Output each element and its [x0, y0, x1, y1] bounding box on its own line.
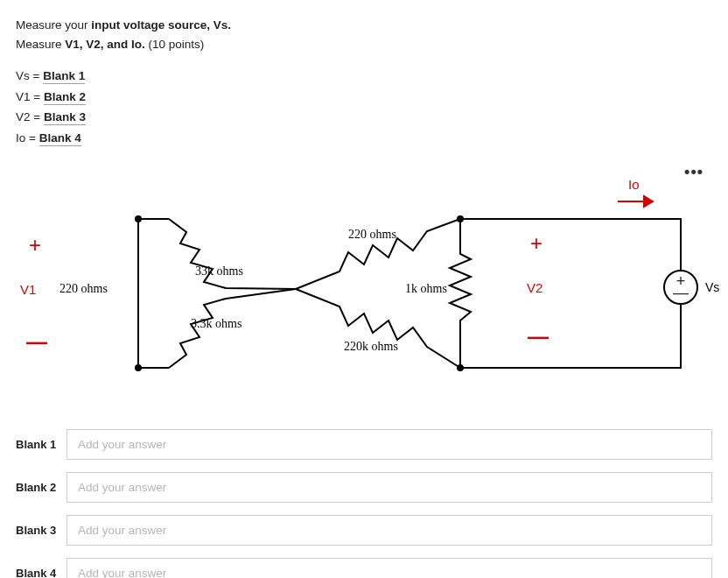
r-top-right-label: 220 ohms: [348, 228, 396, 242]
answer-blanks: Blank 1 Blank 2 Blank 3 Blank 4: [16, 429, 712, 578]
instr-line2-pre: Measure: [16, 38, 65, 51]
instructions: Measure your input voltage source, Vs. M…: [16, 16, 712, 53]
vs-label: Vs: [705, 280, 719, 294]
v2-minus: —: [528, 324, 549, 349]
r-left-label: 220 ohms: [60, 282, 108, 296]
blank-3-input[interactable]: [66, 515, 712, 546]
v1-label: V1: [20, 282, 36, 297]
eq-v2-ref: Blank 3: [44, 110, 86, 125]
r-bot-right-label: 220k ohms: [344, 340, 398, 354]
equation-list: Vs = Blank 1 V1 = Blank 2 V2 = Blank 3 I…: [16, 66, 712, 149]
v2-label: V2: [527, 280, 542, 295]
v1-plus: +: [29, 233, 41, 257]
circuit-wires: [16, 175, 716, 394]
blank-row: Blank 2: [16, 472, 712, 503]
blank-label: Blank 1: [16, 438, 66, 451]
eq-io-ref: Blank 4: [39, 131, 81, 146]
vsrc-minus: —: [673, 286, 689, 299]
voltage-source-icon: + —: [663, 270, 698, 305]
eq-vs-ref: Blank 1: [43, 69, 85, 84]
instr-line1-bold: input voltage source, Vs.: [91, 18, 231, 32]
blank-4-input[interactable]: [66, 558, 712, 578]
blank-label: Blank 3: [16, 524, 66, 537]
v2-plus: +: [530, 231, 542, 256]
r-upper-label: 33k ohms: [195, 264, 243, 278]
eq-v1-lhs: V1 =: [16, 90, 44, 103]
blank-label: Blank 2: [16, 481, 66, 494]
blank-label: Blank 4: [16, 567, 66, 578]
v1-minus: —: [26, 329, 47, 354]
eq-vs-lhs: Vs =: [16, 69, 43, 82]
circuit-diagram: •••: [16, 175, 712, 394]
instr-line2-post: (10 points): [145, 38, 205, 51]
blank-1-input[interactable]: [66, 429, 712, 460]
r-right-label: 1k ohms: [405, 282, 447, 296]
instr-line2-bold: V1, V2, and Io.: [65, 38, 145, 51]
eq-v1-ref: Blank 2: [44, 90, 86, 105]
eq-v2-lhs: V2 =: [16, 110, 44, 123]
blank-row: Blank 4: [16, 558, 712, 578]
eq-io-lhs: Io =: [16, 131, 39, 144]
io-label: Io: [628, 177, 640, 192]
blank-row: Blank 3: [16, 515, 712, 546]
blank-2-input[interactable]: [66, 472, 712, 503]
svg-marker-5: [644, 196, 653, 207]
blank-row: Blank 1: [16, 429, 712, 460]
instr-line1-pre: Measure your: [16, 18, 91, 32]
r-lower-label: 3.3k ohms: [191, 317, 242, 331]
